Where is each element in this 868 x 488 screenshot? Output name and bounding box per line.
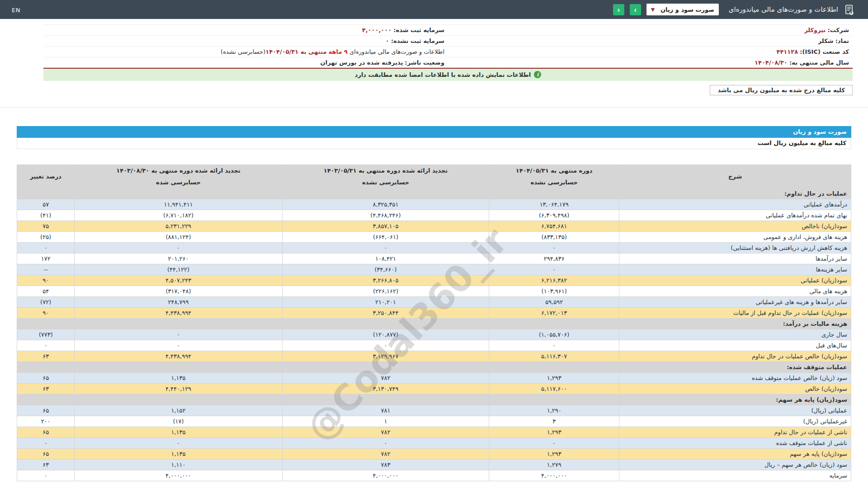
row-value-restated-2: (۴۴,۱۲۲) xyxy=(75,264,282,275)
table-row: ناشی از عملیات متوقف شده۰۰۰۰ xyxy=(17,437,851,448)
row-label: سود(زیان) پایه هر سهم xyxy=(619,448,851,459)
info-icon: i xyxy=(534,71,541,78)
row-value-restated-2 xyxy=(75,318,282,329)
row-value-restated-1: ۷۸۳ xyxy=(282,459,489,470)
row-label: سال‌های قبل xyxy=(619,340,851,351)
table-header: شرح دوره منتهی به ۱۴۰۴/۰۵/۳۱ تجدید ارائه… xyxy=(17,164,851,188)
language-toggle[interactable]: EN xyxy=(12,7,20,14)
registered-capital-label: سرمایه ثبت شده: xyxy=(393,27,444,33)
report-icon xyxy=(844,4,854,15)
prev-statement-button[interactable]: ‹ xyxy=(613,4,624,15)
row-label: هزینه های فروش، اداری و عمومی xyxy=(619,231,851,242)
period-length: ۹ ماهه xyxy=(329,48,348,55)
row-value-restated-2: ۰ xyxy=(75,242,282,253)
table-row: سود(زیان) خالص عملیات در حال تداوم۵,۱۱۶,… xyxy=(17,351,851,361)
table-row: سال جاری(۱,۰۵۵,۷۰۶)(۱۲۰,۸۷۷)۰(۷۷۳) xyxy=(17,329,851,340)
row-label: ناشی از عملیات متوقف شده xyxy=(619,437,851,448)
row-value-current: ۰ xyxy=(489,437,619,448)
row-value-restated-1: ۸,۳۲۵,۳۵۱ xyxy=(282,199,489,210)
row-change-percent: ۹۰ xyxy=(17,307,75,318)
income-statement-table: شرح دوره منتهی به ۱۴۰۴/۰۵/۳۱ تجدید ارائه… xyxy=(17,164,851,481)
issuer-status-label: وضعیت ناشر: xyxy=(405,59,444,66)
statement-type-select[interactable]: صورت سود و زیان ▼ xyxy=(646,4,719,15)
row-value-current: (۸۳۳,۱۳۵) xyxy=(489,231,619,242)
row-label: عملیات در حال تداوم: xyxy=(619,188,851,199)
table-row: ناشی از عملیات در حال تداوم۱,۲۹۳۷۸۲۱,۱۳۵… xyxy=(17,427,851,437)
row-change-percent: ۰ xyxy=(17,437,75,448)
row-value-restated-1: (۳۴,۶۶۰) xyxy=(282,264,489,275)
table-row: سود(زیان) خالص۵,۱۱۷,۶۰۰۳,۱۳۰,۷۴۹۴,۴۴۰,۱۲… xyxy=(17,383,851,394)
company-info-table: شرکت: نیروکلر سرمایه ثبت شده: ۴,۰۰۰,۰۰۰ … xyxy=(43,24,853,69)
row-value-current: ۱۳,۰۶۴,۱۷۹ xyxy=(489,199,619,210)
row-label: عملیات متوقف شده: xyxy=(619,361,851,372)
table-row: غیرعملیاتی (ریال)۳۱(۱۷)۲۰۰ xyxy=(17,416,851,427)
row-value-current xyxy=(489,361,619,372)
table-row: سود(زیان) پایه هر سهم۱,۲۹۳۷۸۲۱,۱۳۵۶۵ xyxy=(17,448,851,459)
row-value-restated-2: ۰ xyxy=(75,340,282,351)
table-row: سود (زیان) خالص هر سهم – ریال۱,۲۷۹۷۸۳۱,۱… xyxy=(17,459,851,470)
row-value-restated-2 xyxy=(75,361,282,372)
table-row: سود(زیان) عملیاتی۶,۲۱۶,۳۸۲۳,۲۶۶,۸۰۵۴,۵۰۷… xyxy=(17,275,851,286)
row-value-current xyxy=(489,394,619,405)
row-change-percent: ۰ xyxy=(17,470,75,481)
row-change-percent: ۶۵ xyxy=(17,427,75,437)
amounts-unit-note-box: کلیه مبالغ درج شده به میلیون ریال می باش… xyxy=(710,85,853,95)
registered-capital-value: ۴,۰۰۰,۰۰۰ xyxy=(362,27,392,33)
row-value-restated-2: ۱۱,۹۴۱,۴۱۱ xyxy=(75,199,282,210)
fiscal-year-label: سال مالی منتهی به: xyxy=(789,59,849,66)
row-change-percent xyxy=(17,361,75,372)
company-label: شرکت: xyxy=(828,27,849,33)
row-value-restated-1: ۳,۲۶۶,۸۰۵ xyxy=(282,275,489,286)
row-value-current: (۱۰۳,۹۶۱) xyxy=(489,286,619,296)
row-value-restated-1 xyxy=(282,394,489,405)
row-value-restated-1: ۲۱۰,۲۰۱ xyxy=(282,296,489,307)
navbar-right-group: اطلاعات و صورت‌های مالی میاندوره‌ای صورت… xyxy=(613,4,854,15)
symbol-value: شکلر xyxy=(818,38,834,44)
table-row: سود(زیان) ناخالص۶,۷۵۴,۶۸۱۳,۸۵۷,۱۰۵۵,۲۳۱,… xyxy=(17,221,851,231)
row-value-current: ۳ xyxy=(489,416,619,427)
statement-tbody: عملیات در حال تداوم:درآمدهای عملیاتی۱۳,۰… xyxy=(17,188,851,481)
row-label: سرمایه xyxy=(619,470,851,481)
row-value-restated-2: ۲۰۱,۲۶۰ xyxy=(75,253,282,264)
row-value-restated-2: ۴,۵۰۷,۲۴۳ xyxy=(75,275,282,286)
row-change-percent: ۹۰ xyxy=(17,275,75,286)
isic-value: ۴۴۱۱۲۸ xyxy=(777,48,798,55)
row-change-percent: ۶۵ xyxy=(17,372,75,383)
row-value-current: ۵,۱۱۷,۶۰۰ xyxy=(489,383,619,394)
row-value-restated-1: ۳,۱۲۹,۹۶۷ xyxy=(282,351,489,361)
row-change-percent: ۶۵ xyxy=(17,448,75,459)
next-statement-button[interactable]: › xyxy=(630,4,641,15)
statement-unit-note: کلیه مبالغ به میلیون ریال است xyxy=(17,138,851,149)
row-label: عملیاتی (ریال) xyxy=(619,405,851,416)
row-change-percent: ۷۵ xyxy=(17,221,75,231)
row-value-restated-1 xyxy=(282,361,489,372)
info-row: نماد: شکلر سرمایه ثبت نشده: ۰ xyxy=(43,36,853,47)
row-label: سود(زیان) عملیات در حال تداوم قبل از مال… xyxy=(619,307,851,318)
period-audit-status: (حسابرسی نشده) xyxy=(221,48,265,55)
row-change-percent: ۲۰۰ xyxy=(17,416,75,427)
row-change-percent: ۰ xyxy=(17,242,75,253)
row-label: سود(زیان) خالص xyxy=(619,383,851,394)
row-label: سود (زیان) خالص هر سهم – ریال xyxy=(619,459,851,470)
row-change-percent xyxy=(17,394,75,405)
section-divider xyxy=(0,108,868,108)
row-value-current: ۱,۲۷۹ xyxy=(489,459,619,470)
row-value-restated-2: ۱,۱۵۲ xyxy=(75,405,282,416)
row-label: سود (زیان) خالص عملیات متوقف شده xyxy=(619,372,851,383)
info-row: سال مالی منتهی به: ۱۴۰۴/۰۸/۳۰ وضعیت ناشر… xyxy=(43,57,853,68)
table-row: هزینه های مالی(۱۰۳,۹۶۱)(۲۲۶,۱۶۲)(۳۱۷,۰۴۸… xyxy=(17,286,851,296)
row-value-current: ۰ xyxy=(489,340,619,351)
table-row: عملیاتی (ریال)۱,۲۹۰۷۸۱۱,۱۵۲۶۵ xyxy=(17,405,851,416)
row-value-restated-1: ۰ xyxy=(282,437,489,448)
row-value-current: (۶,۳۰۹,۴۹۸) xyxy=(489,210,619,221)
page-title: اطلاعات و صورت‌های مالی میاندوره‌ای xyxy=(729,5,838,14)
row-value-restated-1: ۷۸۲ xyxy=(282,448,489,459)
row-value-restated-1: ۰ xyxy=(282,242,489,253)
table-row: هزینه کاهش ارزش دریافتنی ها (هزینه استثن… xyxy=(17,242,851,253)
row-label: سود(زیان) خالص عملیات در حال تداوم xyxy=(619,351,851,361)
row-value-restated-2: ۴,۴۳۸,۹۹۴ xyxy=(75,351,282,361)
row-label: سایر هزینه‌ها xyxy=(619,264,851,275)
row-value-restated-2: (۳۱۷,۰۴۸) xyxy=(75,286,282,296)
section-row: سود(زیان) پایه هر سهم: xyxy=(17,394,851,405)
row-value-current xyxy=(489,318,619,329)
